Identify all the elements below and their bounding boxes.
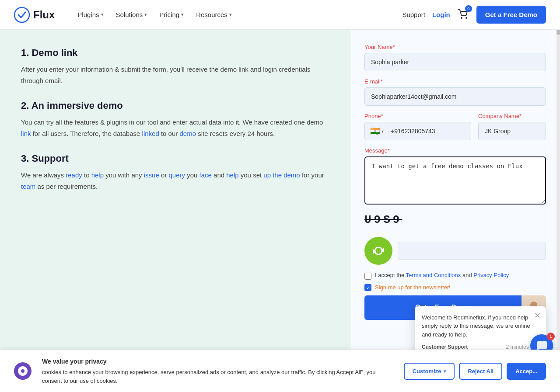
section2-text: You can try all the features & plugins i… bbox=[21, 117, 329, 139]
terms-checkbox[interactable] bbox=[364, 273, 371, 280]
company-label: Company Name* bbox=[478, 113, 546, 119]
section1-title: 1. Demo link bbox=[21, 47, 329, 59]
cookie-text: We value your privacy cookies to enhance… bbox=[42, 357, 393, 385]
chevron-down-icon: ▾ bbox=[144, 12, 147, 17]
section3-text: We are always ready to help you with any… bbox=[21, 170, 329, 192]
section1-text: After you enter your information & submi… bbox=[21, 64, 329, 86]
chat-message: Welcome to Redmineflux, if you need help… bbox=[422, 313, 539, 339]
message-label: Message* bbox=[364, 147, 546, 154]
support-link[interactable]: Support bbox=[402, 11, 425, 18]
phone-flag-dropdown[interactable]: 🇮🇳 ▾ bbox=[365, 126, 387, 136]
nav-pricing[interactable]: Pricing ▾ bbox=[154, 7, 189, 22]
refresh-icon bbox=[371, 244, 385, 258]
chat-close-button[interactable]: ✕ bbox=[534, 311, 541, 320]
login-link[interactable]: Login bbox=[432, 11, 450, 18]
email-input[interactable] bbox=[364, 87, 546, 106]
chevron-down-icon: ▾ bbox=[229, 12, 232, 17]
cookie-icon bbox=[18, 366, 28, 376]
phone-label: Phone* bbox=[364, 113, 471, 119]
chevron-down-icon: ▾ bbox=[101, 12, 104, 17]
company-input[interactable] bbox=[478, 122, 546, 140]
captcha-text: U9S9 bbox=[364, 213, 402, 226]
newsletter-checkbox-row: Sign me up for the newsletter! bbox=[364, 284, 546, 291]
message-field-group: Message* I want to get a free demo class… bbox=[364, 147, 546, 213]
email-field-group: E-mail* bbox=[364, 78, 546, 113]
newsletter-label: Sign me up for the newsletter! bbox=[375, 284, 451, 291]
scrollbar-track[interactable] bbox=[556, 0, 560, 392]
name-label: Your Name* bbox=[364, 44, 546, 50]
terms-link[interactable]: Terms and Conditions bbox=[406, 272, 461, 278]
cart-button[interactable]: 0 bbox=[457, 8, 469, 22]
phone-field-group: Phone* 🇮🇳 ▾ bbox=[364, 113, 471, 147]
name-field-group: Your Name* bbox=[364, 44, 546, 78]
left-panel: 1. Demo link After you enter your inform… bbox=[0, 30, 350, 392]
reject-all-button[interactable]: Reject All bbox=[459, 363, 502, 380]
flag-icon: 🇮🇳 bbox=[370, 126, 380, 136]
nav-right: Support Login 0 Get a Free Demo bbox=[402, 6, 546, 24]
message-textarea[interactable]: I want to get a free demo classes on Flu… bbox=[364, 156, 546, 205]
nav-links: Plugins ▾ Solutions ▾ Pricing ▾ Resource… bbox=[72, 7, 402, 22]
phone-number-input[interactable] bbox=[387, 122, 471, 140]
cookie-banner: We value your privacy cookies to enhance… bbox=[0, 350, 560, 392]
flag-dropdown-arrow: ▾ bbox=[382, 129, 384, 134]
cart-badge: 0 bbox=[465, 5, 472, 12]
captcha-input[interactable] bbox=[398, 242, 546, 260]
cookie-buttons: Customize ▾ Reject All Accep... bbox=[404, 363, 546, 380]
cookie-title: We value your privacy bbox=[42, 357, 393, 366]
accept-all-button[interactable]: Accep... bbox=[507, 363, 546, 380]
phone-input-wrap: 🇮🇳 ▾ bbox=[364, 122, 471, 140]
chat-footer: Customer Support 2 minutes ago bbox=[422, 344, 539, 350]
company-field-group: Company Name* bbox=[478, 113, 546, 147]
chat-fab-badge: 1 bbox=[547, 333, 555, 340]
section2-title: 2. An immersive demo bbox=[21, 100, 329, 111]
cookie-dot bbox=[21, 369, 24, 373]
svg-point-0 bbox=[14, 7, 29, 22]
logo-icon bbox=[14, 7, 30, 23]
newsletter-checkbox[interactable] bbox=[364, 284, 371, 291]
logo-text: Flux bbox=[33, 9, 55, 21]
chevron-down-icon: ▾ bbox=[181, 12, 184, 17]
captcha-logo-wrap: U9S9 bbox=[364, 213, 546, 230]
svg-point-1 bbox=[461, 17, 462, 19]
email-label: E-mail* bbox=[364, 78, 546, 85]
privacy-link[interactable]: Privacy Policy bbox=[473, 272, 509, 278]
customize-chevron-icon: ▾ bbox=[444, 369, 446, 374]
svg-point-2 bbox=[466, 17, 467, 19]
name-input[interactable] bbox=[364, 53, 546, 71]
nav-resources[interactable]: Resources ▾ bbox=[191, 7, 237, 22]
section3-title: 3. Support bbox=[21, 153, 329, 164]
chat-agent-name: Customer Support bbox=[422, 344, 468, 350]
nav-solutions[interactable]: Solutions ▾ bbox=[111, 7, 153, 22]
navbar: Flux Plugins ▾ Solutions ▾ Pricing ▾ Res… bbox=[0, 0, 560, 30]
captcha-section: U9S9 bbox=[364, 213, 546, 265]
cookie-icon-wrap bbox=[14, 362, 32, 380]
customize-button[interactable]: Customize ▾ bbox=[404, 363, 455, 380]
captcha-refresh-button[interactable] bbox=[364, 237, 392, 265]
phone-company-row: Phone* 🇮🇳 ▾ Company Name* bbox=[364, 113, 546, 147]
nav-plugins[interactable]: Plugins ▾ bbox=[72, 7, 108, 22]
cookie-description: cookies to enhance your browsing experie… bbox=[42, 369, 375, 384]
logo[interactable]: Flux bbox=[14, 7, 55, 23]
terms-checkbox-row: I accept the Terms and Conditions and Pr… bbox=[364, 272, 546, 280]
get-demo-button[interactable]: Get a Free Demo bbox=[476, 6, 546, 24]
